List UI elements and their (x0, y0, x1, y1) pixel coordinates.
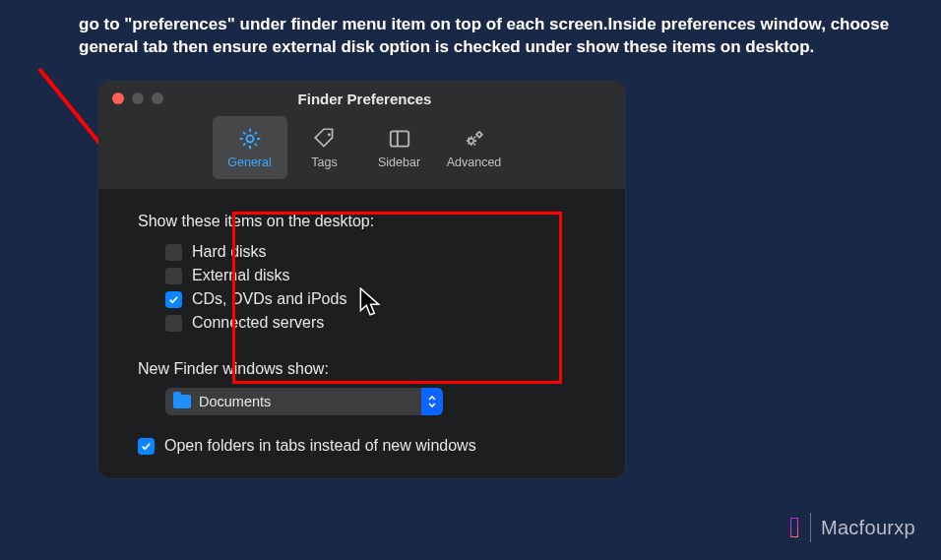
titlebar: Finder Preferences General Tags (98, 81, 625, 189)
svg-point-6 (476, 133, 480, 137)
checkbox-row-hard-disks[interactable]: Hard disks (138, 240, 586, 264)
gear-icon (237, 126, 263, 152)
sidebar-icon (387, 126, 412, 152)
tab-general[interactable]: General (213, 116, 287, 179)
checkbox-label: External disks (192, 267, 290, 284)
svg-point-5 (469, 139, 473, 144)
checkbox[interactable] (165, 315, 182, 332)
tab-label: Sidebar (378, 156, 420, 169)
checkbox-label: CDs, DVDs and iPods (192, 290, 346, 308)
tab-sidebar[interactable]: Sidebar (362, 116, 437, 179)
checkbox[interactable] (138, 438, 155, 455)
checkbox-row-connected-servers[interactable]: Connected servers (138, 311, 586, 335)
gears-icon (462, 126, 487, 152)
checkbox-label: Open folders in tabs instead of new wind… (164, 437, 476, 455)
tab-tags[interactable]: Tags (287, 116, 362, 179)
finder-preferences-window: Finder Preferences General Tags (98, 81, 625, 478)
chevron-updown-icon (421, 388, 443, 415)
tab-advanced[interactable]: Advanced (437, 116, 512, 179)
window-title: Finder Preferences (118, 91, 611, 107)
checkbox-row-external-disks[interactable]: External disks (138, 264, 586, 287)
folder-icon (173, 395, 191, 408)
branding-text: Macfourxp (821, 517, 915, 539)
checkbox[interactable] (165, 268, 182, 284)
checkbox-row-open-in-tabs[interactable]: Open folders in tabs instead of new wind… (138, 437, 586, 455)
svg-point-1 (246, 136, 253, 143)
instruction-text: go to "preferences" under finder menu it… (79, 14, 921, 59)
checkbox-row-cds-dvds-ipods[interactable]: CDs, DVDs and iPods (138, 287, 586, 311)
checkbox[interactable] (165, 244, 182, 261)
divider (810, 513, 811, 542)
checkbox-label: Connected servers (192, 314, 324, 332)
tab-label: General (227, 156, 271, 169)
svg-point-2 (327, 133, 330, 136)
preferences-toolbar: General Tags Sidebar (98, 112, 625, 189)
branding-logo:  Macfourxp (789, 511, 915, 544)
tab-label: Advanced (447, 156, 502, 169)
svg-rect-3 (390, 131, 408, 146)
select-value: Documents (199, 394, 271, 409)
new-windows-select[interactable]: Documents (165, 388, 443, 415)
apple-icon:  (789, 511, 800, 544)
new-windows-heading: New Finder windows show: (138, 360, 586, 378)
tag-icon (312, 126, 338, 152)
tab-label: Tags (311, 156, 337, 169)
desktop-items-heading: Show these items on the desktop: (138, 213, 586, 230)
checkbox[interactable] (165, 291, 182, 308)
checkbox-label: Hard disks (192, 243, 267, 261)
